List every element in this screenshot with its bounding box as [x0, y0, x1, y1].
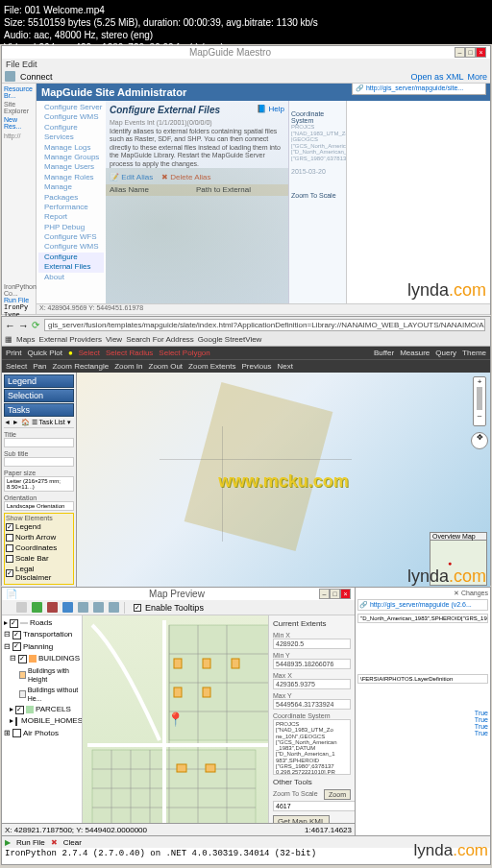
- paper-select[interactable]: Letter (216×275 mm; 8.50×11...): [4, 476, 74, 492]
- select2-btn[interactable]: Select: [6, 362, 27, 371]
- theme-btn[interactable]: Theme: [462, 349, 486, 357]
- maximize-button[interactable]: □: [465, 47, 476, 58]
- pane1-toolbar[interactable]: Connect Open as XML More: [2, 70, 490, 84]
- connect-icon[interactable]: [5, 71, 15, 82]
- scale-input[interactable]: [273, 801, 355, 811]
- addr-link[interactable]: 🔗 http://gis_server/mapguide/site...: [352, 84, 486, 95]
- zoomout-icon[interactable]: [47, 602, 58, 613]
- tool-icon[interactable]: [78, 602, 88, 613]
- reload-icon[interactable]: ⟳: [32, 320, 39, 330]
- tree-item[interactable]: Manage Packages: [38, 182, 104, 203]
- tree-item[interactable]: PHP Debug: [38, 223, 104, 232]
- fwd-icon[interactable]: →: [18, 320, 29, 331]
- resource-label[interactable]: Resource Br...: [4, 85, 34, 99]
- cb-air[interactable]: [12, 729, 21, 737]
- buffer-btn[interactable]: Buffer: [374, 349, 394, 357]
- measure-btn[interactable]: Measure: [400, 349, 430, 357]
- cb-coords[interactable]: [6, 544, 13, 552]
- preview-toolbar[interactable]: Enable Tooltips: [2, 600, 355, 615]
- select-radius-btn[interactable]: Select Radius: [106, 349, 153, 357]
- zoom-slider[interactable]: +–: [473, 376, 486, 426]
- cb-mobile[interactable]: [15, 717, 17, 726]
- map-canvas[interactable]: www.mcku.com +– ✥ Overview Map ● lynda.c…: [77, 373, 490, 589]
- zoomin-btn[interactable]: Zoom In: [114, 362, 142, 371]
- admin-tree[interactable]: Configure Server Configure WMS Configure…: [37, 101, 106, 312]
- tree-item[interactable]: Configure WMS: [38, 242, 104, 252]
- menu-toolbar[interactable]: ▦ Maps External Providers View Search Fo…: [2, 333, 490, 347]
- tree-item[interactable]: Manage Roles: [38, 173, 104, 182]
- pane1-menubar[interactable]: File Edit: [2, 59, 490, 70]
- title-input[interactable]: [4, 438, 74, 447]
- new-resource-btn[interactable]: New Res...: [4, 116, 34, 130]
- cb-roads[interactable]: [10, 619, 18, 628]
- selection-hdr[interactable]: Selection: [4, 389, 74, 402]
- zoom-scale[interactable]: Zoom To Scale: [291, 192, 344, 199]
- tool-toolbar[interactable]: Print Quick Plot ●Select Select Radius S…: [2, 347, 490, 359]
- tree-item[interactable]: Configure WMS: [38, 112, 104, 122]
- orient-select[interactable]: Landscape Orientation: [4, 501, 74, 511]
- ipy-run-btn[interactable]: Run File: [16, 838, 45, 847]
- tooltip-checkbox[interactable]: [134, 604, 141, 612]
- http-node[interactable]: http://: [4, 133, 34, 139]
- connect-btn[interactable]: Connect: [20, 72, 53, 82]
- close-button[interactable]: ×: [340, 589, 351, 599]
- minimize-button[interactable]: –: [455, 47, 465, 58]
- more-btn[interactable]: More: [467, 72, 487, 82]
- tool-icon[interactable]: [93, 602, 104, 613]
- tree-item[interactable]: Configure External Files: [38, 253, 104, 273]
- tasklist-btn[interactable]: Task List: [39, 419, 65, 425]
- subtitle-input[interactable]: [4, 457, 74, 467]
- tasks-hdr[interactable]: Tasks: [4, 403, 74, 417]
- back-icon[interactable]: ←: [5, 320, 15, 331]
- tool-icon[interactable]: [16, 602, 27, 613]
- tree-item[interactable]: About: [38, 273, 104, 282]
- tree-item[interactable]: Configure Services: [38, 123, 104, 143]
- view-menu[interactable]: View: [106, 335, 122, 344]
- zoomrect-btn[interactable]: Zoom Rectangle: [52, 362, 109, 371]
- tool-icon[interactable]: [109, 602, 119, 613]
- prev-btn[interactable]: Previous: [241, 362, 271, 371]
- ipy-run[interactable]: Run File: [4, 297, 34, 303]
- tree-item[interactable]: Manage Logs: [38, 143, 104, 153]
- conn2[interactable]: 🔗 http://gis_server/mapguide (v2.6...: [357, 599, 488, 611]
- cb-plan[interactable]: [12, 642, 21, 651]
- preview-map-canvas[interactable]: 📍: [83, 615, 268, 823]
- select-poly-btn[interactable]: Select Polygon: [159, 349, 209, 357]
- quickplot-btn[interactable]: Quick Plot: [27, 349, 62, 357]
- ext-prov-menu[interactable]: External Providers: [39, 335, 102, 344]
- maximize-button[interactable]: □: [330, 589, 340, 599]
- gsv-menu[interactable]: Google StreetView: [198, 335, 262, 344]
- tree-item[interactable]: Performance Report: [38, 203, 104, 223]
- tree-item[interactable]: Manage Groups: [38, 153, 104, 162]
- zoomin-icon[interactable]: [32, 602, 42, 613]
- maps-menu[interactable]: Maps: [16, 335, 36, 344]
- zoom-btn[interactable]: Zoom: [324, 789, 351, 800]
- cb-trans[interactable]: [12, 631, 21, 639]
- cb-legend[interactable]: [6, 523, 13, 531]
- print-btn[interactable]: Print: [6, 349, 21, 357]
- pan-wheel[interactable]: ✥: [471, 432, 488, 449]
- search-menu[interactable]: Search For Address: [126, 335, 194, 344]
- cb-north[interactable]: [6, 534, 13, 542]
- tree-item[interactable]: Configure WFS: [38, 232, 104, 242]
- ipy-clear-btn[interactable]: Clear: [63, 838, 82, 847]
- cb-parcels[interactable]: [15, 706, 24, 714]
- legend-hdr[interactable]: Legend: [4, 374, 74, 388]
- zoomext-btn[interactable]: Zoom Extents: [188, 362, 235, 371]
- close-button[interactable]: ×: [476, 47, 486, 58]
- layer-tree[interactable]: ▸Roads ⊟Transportation ⊟Planning ⊟BUILDI…: [2, 615, 83, 823]
- open-xml-btn[interactable]: Open as XML: [410, 72, 463, 82]
- cb-bldg[interactable]: [18, 655, 27, 663]
- minimize-button[interactable]: –: [319, 589, 330, 599]
- tree-item[interactable]: Configure Server: [38, 103, 104, 112]
- query-btn[interactable]: Query: [435, 349, 456, 357]
- pan-btn[interactable]: Pan: [33, 362, 46, 371]
- tree-item[interactable]: Manage Users: [38, 162, 104, 172]
- next-btn[interactable]: Next: [278, 362, 293, 371]
- extent-icon[interactable]: [62, 602, 73, 613]
- select-btn[interactable]: Select: [79, 349, 100, 357]
- cb-scale[interactable]: [6, 555, 13, 563]
- cb-disc[interactable]: [6, 569, 13, 577]
- help-link[interactable]: 📘 Help: [257, 105, 284, 113]
- get-kml-btn[interactable]: Get Map KML: [273, 815, 330, 823]
